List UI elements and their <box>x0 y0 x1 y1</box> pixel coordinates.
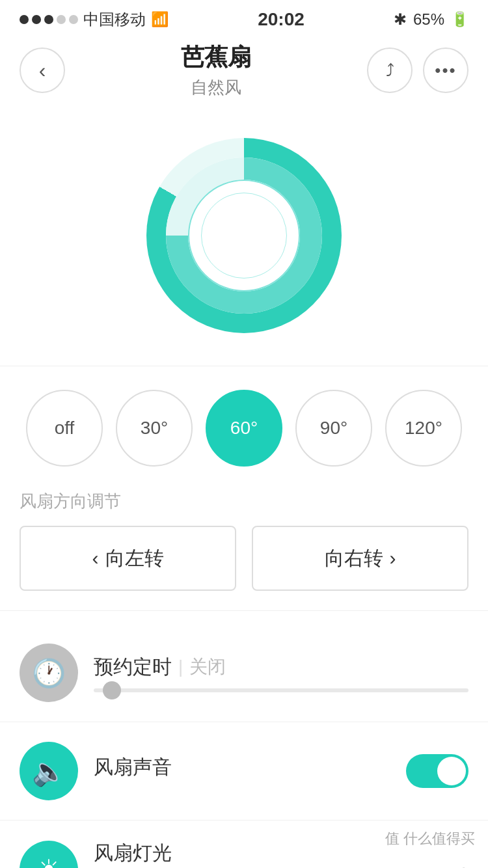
timer-title-row: 预约定时 | 关闭 <box>94 654 468 681</box>
header: ‹ 芭蕉扇 自然风 ⤴ ••• <box>0 35 488 112</box>
status-left: 中国移动 📶 <box>20 9 169 30</box>
share-icon: ⤴ <box>386 61 394 81</box>
dot2 <box>32 15 41 24</box>
clock-icon: 🕐 <box>32 657 66 689</box>
turn-right-button[interactable]: 向右转 › <box>252 526 468 591</box>
ring-innermost <box>201 193 287 278</box>
angle-label-120: 120° <box>405 418 442 439</box>
setting-item-sound: 🔈 风扇声音 <box>0 722 488 821</box>
signal-dots <box>20 15 78 24</box>
angle-btn-60[interactable]: 60° <box>206 390 282 467</box>
battery-label: 65% <box>413 10 444 29</box>
light-icon-bg: ☀ <box>20 841 78 869</box>
device-title: 芭蕉扇 <box>181 42 251 74</box>
sun-icon: ☀ <box>36 854 61 868</box>
status-bar: 中国移动 📶 20:02 ✱ 65% 🔋 <box>0 0 488 35</box>
fan-visual <box>0 112 488 366</box>
angle-label-30: 30° <box>141 418 168 439</box>
turn-right-label: 向右转 <box>325 545 383 572</box>
share-button[interactable]: ⤴ <box>367 47 413 93</box>
timer-content: 预约定时 | 关闭 <box>94 654 468 692</box>
light-title: 风扇灯光 <box>94 840 172 867</box>
turn-left-button[interactable]: ‹ 向左转 <box>20 526 236 591</box>
timer-status: 关闭 <box>189 655 226 679</box>
status-right: ✱ 65% 🔋 <box>394 10 468 29</box>
dot3 <box>44 15 53 24</box>
sound-title: 风扇声音 <box>94 754 172 781</box>
angle-section: off 30° 60° 90° 120° <box>0 366 488 490</box>
back-icon: ‹ <box>39 59 46 83</box>
header-actions: ⤴ ••• <box>367 47 468 93</box>
angle-label-90: 90° <box>320 418 347 439</box>
device-subtitle: 自然风 <box>181 76 251 99</box>
back-button[interactable]: ‹ <box>20 47 65 93</box>
chevron-right-icon: › <box>390 547 396 569</box>
battery-icon: 🔋 <box>451 11 468 28</box>
direction-buttons: ‹ 向左转 向右转 › <box>20 526 468 591</box>
timer-title: 预约定时 <box>94 654 172 681</box>
angle-btn-off[interactable]: off <box>26 390 103 467</box>
dot4 <box>57 15 66 24</box>
more-icon: ••• <box>435 61 456 81</box>
bluetooth-icon: ✱ <box>394 10 407 29</box>
light-chevron-icon: › <box>462 859 468 869</box>
angle-btn-30[interactable]: 30° <box>116 390 193 467</box>
angle-btn-120[interactable]: 120° <box>385 390 462 467</box>
angle-label-60: 60° <box>230 418 258 439</box>
sound-toggle[interactable] <box>406 754 468 788</box>
turn-left-label: 向左转 <box>105 545 164 572</box>
time-label: 20:02 <box>258 9 305 30</box>
direction-label: 风扇方向调节 <box>20 490 468 513</box>
sound-icon-bg: 🔈 <box>20 742 78 800</box>
direction-section: 风扇方向调节 ‹ 向左转 向右转 › <box>0 490 488 610</box>
chevron-left-icon: ‹ <box>92 547 99 569</box>
timer-slider[interactable] <box>94 688 468 692</box>
setting-item-timer: 🕐 预约定时 | 关闭 <box>0 624 488 722</box>
watermark-text: 值 什么值得买 <box>385 830 475 847</box>
toggle-circle <box>437 757 466 785</box>
angle-label-off: off <box>55 418 75 439</box>
timer-pipe: | <box>178 657 183 677</box>
ring-container <box>146 138 342 333</box>
dot5 <box>69 15 78 24</box>
sound-title-row: 风扇声音 <box>94 754 390 781</box>
more-button[interactable]: ••• <box>423 47 468 93</box>
dot1 <box>20 15 29 24</box>
slider-thumb[interactable] <box>103 681 121 699</box>
speaker-icon: 🔈 <box>32 755 66 787</box>
watermark: 值 什么值得买 <box>385 829 475 848</box>
wifi-icon: 📶 <box>151 11 169 28</box>
carrier-label: 中国移动 <box>83 9 146 30</box>
sound-content: 风扇声音 <box>94 754 390 789</box>
angle-btn-90[interactable]: 90° <box>295 390 372 467</box>
timer-icon-bg: 🕐 <box>20 644 78 702</box>
header-title-area: 芭蕉扇 自然风 <box>181 42 251 99</box>
